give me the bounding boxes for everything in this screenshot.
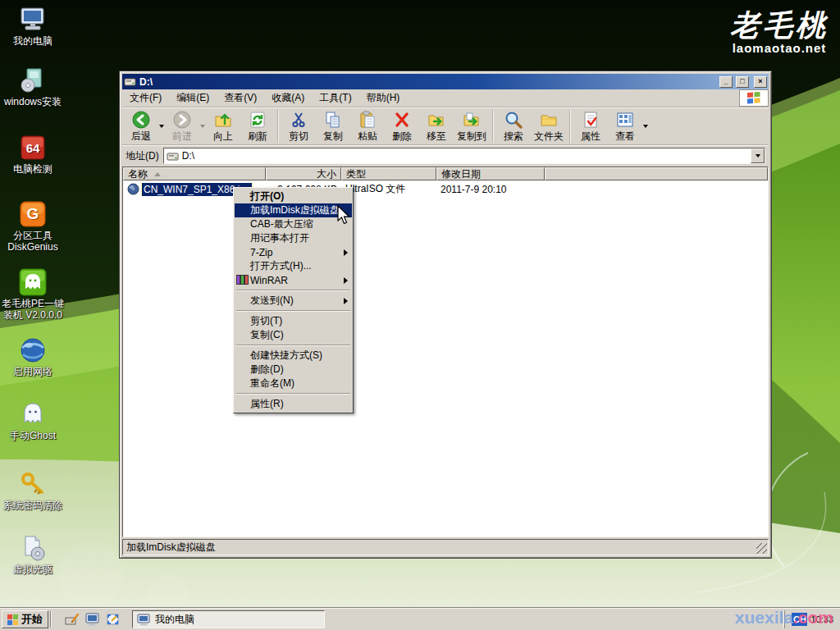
toolbar-separator [569,110,571,143]
forward-icon [172,110,192,129]
properties-icon [581,110,600,129]
up-icon [213,110,233,129]
column-header-type[interactable]: 类型 [341,167,436,180]
status-text: 加载ImDisk虚拟磁盘 [126,541,216,555]
move-to-icon [427,110,446,129]
desktop-icon-manual-ghost[interactable]: 手动Ghost [0,399,66,442]
paste-button[interactable]: 粘贴 [350,109,385,144]
menu-tools[interactable]: 工具(T) [312,89,358,107]
address-input[interactable]: D:\ [163,148,765,164]
toolbar-label: 文件夹 [534,130,564,144]
desktop-icon-pc-check[interactable]: 64 电脑检测 [0,133,66,176]
refresh-button[interactable]: 刷新 [240,109,275,144]
context-menu-item-create-shortcut[interactable]: 创建快捷方式(S) [235,349,352,363]
delete-button[interactable]: 删除 [385,109,419,144]
screen-settings-icon[interactable] [106,613,121,626]
back-dropdown-icon[interactable] [159,125,164,128]
desktop-icon-virtual-cdrom[interactable]: 虚拟光驱 [0,533,66,576]
views-button[interactable]: 查看 [608,109,642,144]
context-menu-item-rename[interactable]: 重命名(M) [235,377,352,390]
forward-dropdown-icon[interactable] [200,125,205,128]
menu-separator [236,290,350,291]
address-dropdown-button[interactable] [751,148,765,163]
copy-icon [323,110,343,129]
title-bar[interactable]: D:\ _ □ × [122,74,769,89]
context-menu-item-copy[interactable]: 复制(C) [235,328,352,342]
copy-to-icon [462,110,482,129]
taskbar-task-my-computer[interactable]: 我的电脑 [132,610,325,628]
desktop-icon-password-clear[interactable]: 系统密码清除 [0,469,66,512]
menu-favorites[interactable]: 收藏(A) [264,89,312,107]
close-button[interactable]: × [754,76,767,88]
display-icon[interactable] [85,613,100,626]
resize-grip[interactable] [756,543,767,554]
up-button[interactable]: 向上 [206,109,240,144]
toolbar: 后退 前进 向上 刷新 剪切 复制 [122,107,769,145]
desktop-icon-label: 我的电脑 [13,36,52,48]
watermark-part2: .com [793,608,833,627]
copy-to-button[interactable]: 复制到 [454,109,490,144]
context-menu-item-cab-compress[interactable]: CAB-最大压缩 [235,217,352,231]
context-menu-item-properties[interactable]: 属性(R) [235,397,352,411]
copy-button[interactable]: 复制 [316,109,350,144]
column-header-modified[interactable]: 修改日期 [436,167,545,180]
context-menu-item-delete[interactable]: 删除(D) [235,363,352,377]
move-to-button[interactable]: 移至 [419,109,454,144]
desktop-icon-label: 电脑检测 [13,164,52,176]
context-menu-item-open-with[interactable]: 打开方式(H)... [235,259,352,273]
cut-icon [289,110,308,129]
views-dropdown-icon[interactable] [643,125,648,128]
context-menu-item-mount-imdisk[interactable]: 加载ImDisk虚拟磁盘 [235,203,352,217]
menu-help[interactable]: 帮助(H) [359,89,408,107]
column-header-name[interactable]: 名称 [123,167,266,180]
desktop-icon-laomaotao-pe[interactable]: 老毛桃PE一键 装机 V2.0.0.0 [0,267,66,322]
menu-separator [236,393,350,395]
back-button[interactable]: 后退 [124,109,158,144]
taskbar-separator [50,611,52,628]
sort-ascending-icon [154,172,161,176]
context-menu-item-cut[interactable]: 剪切(T) [235,314,352,328]
iso-file-icon [127,183,139,195]
toolbar-separator [277,110,279,143]
desktop-icon-windows-setup[interactable]: windows安装 [0,66,66,108]
key-icon [18,469,48,499]
my-computer-icon [137,614,151,626]
toolbar-label: 剪切 [289,130,308,144]
diskgenius-letter: G [18,199,48,229]
menu-view[interactable]: 查看(V) [217,89,264,107]
context-menu-item-send-to[interactable]: 发送到(N) [235,294,352,308]
desktop-icon-enable-network[interactable]: 启用网络 [0,336,66,378]
context-menu-item-7zip[interactable]: 7-Zip [235,245,352,259]
cut-button[interactable]: 剪切 [281,109,316,144]
submenu-arrow-icon [344,298,348,304]
network-globe-icon [18,336,48,365]
toolbar-label: 删除 [392,130,412,144]
file-list[interactable]: CN_WIN7_SP1_X86.iso 3,107,008 KB UltraIS… [123,180,768,536]
start-button[interactable]: 开始 [2,610,48,628]
menu-edit[interactable]: 编辑(E) [169,89,217,107]
maximize-button[interactable]: □ [736,76,749,88]
file-row[interactable]: CN_WIN7_SP1_X86.iso 3,107,008 KB UltraIS… [123,182,768,196]
desktop-icon-label: 老毛桃PE一键 装机 V2.0.0.0 [2,299,64,322]
toolbar-label: 复制到 [457,130,486,144]
folders-button[interactable]: 文件夹 [531,109,567,144]
desktop-icon-diskgenius[interactable]: G 分区工具 DiskGenius [0,199,66,253]
minimize-button[interactable]: _ [719,76,733,88]
file-list-panel: 名称 大小 类型 修改日期 CN_WIN7_SP1_X86.iso 3,107,… [122,167,769,537]
context-menu-item-open-with-notepad[interactable]: 用记事本打开 [235,231,352,245]
search-button[interactable]: 搜索 [496,109,531,144]
show-desktop-icon[interactable] [65,613,80,626]
forward-button[interactable]: 前进 [165,109,199,144]
context-menu-item-winrar[interactable]: WinRAR [235,273,352,287]
address-bar: 地址(D) D:\ [122,145,769,166]
windows-logo [739,89,769,107]
desktop-icon-label: 系统密码清除 [3,500,62,512]
toolbar-label: 复制 [323,130,343,144]
desktop-icon-my-computer[interactable]: 我的电脑 [0,5,66,48]
context-menu-item-open[interactable]: 打开(O) [235,189,352,203]
desktop-icon-label: 启用网络 [13,367,52,378]
column-header-size[interactable]: 大小 [266,167,341,180]
menu-file[interactable]: 文件(F) [122,89,169,107]
brand-title: 老毛桃 [730,10,829,39]
properties-button[interactable]: 属性 [573,109,608,144]
